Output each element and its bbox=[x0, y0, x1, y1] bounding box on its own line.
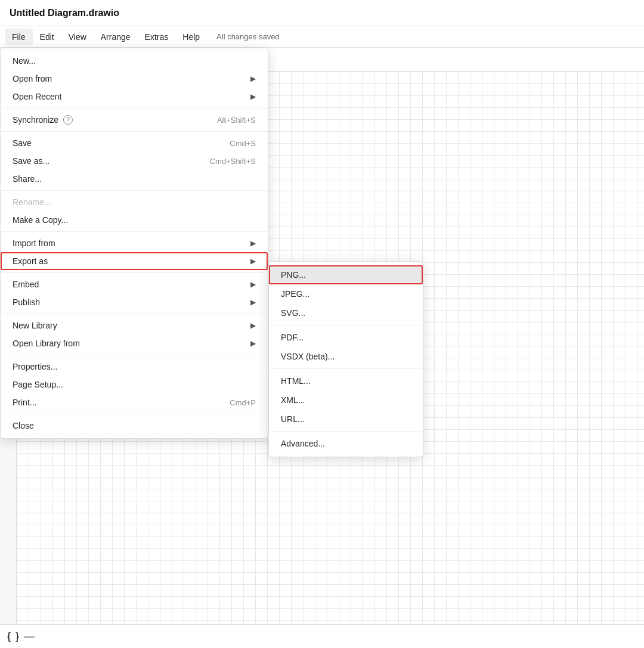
export-pdf[interactable]: PDF... bbox=[269, 328, 423, 347]
bottom-brace-open[interactable]: { bbox=[7, 630, 11, 643]
menu-make-copy[interactable]: Make a Copy... bbox=[1, 211, 268, 229]
menu-help[interactable]: Help bbox=[175, 29, 207, 45]
sep-6 bbox=[1, 314, 268, 314]
bottom-brace-close[interactable]: } bbox=[16, 630, 19, 643]
new-library-arrow: ▶ bbox=[250, 321, 256, 330]
menu-open-recent[interactable]: Open Recent ▶ bbox=[1, 88, 268, 106]
import-from-arrow: ▶ bbox=[250, 239, 256, 247]
menu-bar: File Edit View Arrange Extras Help All c… bbox=[0, 26, 644, 48]
sep-1 bbox=[1, 108, 268, 108]
bottom-line[interactable]: — bbox=[24, 630, 35, 643]
menu-page-setup[interactable]: Page Setup... bbox=[1, 376, 268, 393]
menu-extras[interactable]: Extras bbox=[138, 29, 176, 45]
sep-3 bbox=[1, 190, 268, 191]
menu-new[interactable]: New... bbox=[1, 52, 268, 70]
export-xml[interactable]: XML... bbox=[269, 390, 423, 410]
menu-open-library-from[interactable]: Open Library from ▶ bbox=[1, 334, 268, 352]
menu-import-from[interactable]: Import from ▶ bbox=[1, 234, 268, 252]
menu-close[interactable]: Close bbox=[1, 417, 268, 435]
export-as-arrow: ▶ bbox=[250, 257, 256, 265]
title-bar: Untitled Diagram.drawio bbox=[0, 0, 644, 26]
sep-4 bbox=[1, 231, 268, 232]
open-library-arrow: ▶ bbox=[250, 339, 256, 348]
open-from-arrow: ▶ bbox=[250, 75, 256, 83]
menu-save-as[interactable]: Save as... Cmd+Shift+S bbox=[1, 152, 268, 170]
save-status: All changes saved bbox=[216, 32, 280, 41]
publish-arrow: ▶ bbox=[250, 298, 256, 306]
window-title: Untitled Diagram.drawio bbox=[10, 8, 119, 18]
menu-file[interactable]: File bbox=[5, 29, 33, 45]
sep-5 bbox=[1, 272, 268, 273]
export-vsdx[interactable]: VSDX (beta)... bbox=[269, 347, 423, 366]
export-url[interactable]: URL... bbox=[269, 410, 423, 429]
bottom-bar: { } — bbox=[0, 624, 644, 648]
export-html[interactable]: HTML... bbox=[269, 371, 423, 390]
embed-arrow: ▶ bbox=[250, 280, 256, 289]
menu-synchronize[interactable]: Synchronize ? Alt+Shift+S bbox=[1, 111, 268, 129]
menu-open-from[interactable]: Open from ▶ bbox=[1, 70, 268, 88]
menu-edit[interactable]: Edit bbox=[33, 29, 61, 45]
export-advanced[interactable]: Advanced... bbox=[269, 434, 423, 453]
menu-properties[interactable]: Properties... bbox=[1, 358, 268, 376]
open-recent-arrow: ▶ bbox=[250, 92, 256, 101]
menu-rename: Rename... bbox=[1, 193, 268, 211]
menu-export-as[interactable]: Export as ▶ bbox=[1, 252, 268, 270]
sep-2 bbox=[1, 131, 268, 132]
menu-save[interactable]: Save Cmd+S bbox=[1, 134, 268, 152]
file-menu-dropdown: New... Open from ▶ Open Recent ▶ Synchro… bbox=[0, 48, 268, 439]
menu-print[interactable]: Print... Cmd+P bbox=[1, 393, 268, 411]
menu-publish[interactable]: Publish ▶ bbox=[1, 293, 268, 311]
export-sep-2 bbox=[269, 368, 423, 369]
menu-share[interactable]: Share... bbox=[1, 170, 268, 188]
menu-new-library[interactable]: New Library ▶ bbox=[1, 317, 268, 334]
export-svg[interactable]: SVG... bbox=[269, 303, 423, 323]
help-icon: ? bbox=[63, 115, 73, 125]
export-jpeg[interactable]: JPEG... bbox=[269, 284, 423, 303]
menu-embed[interactable]: Embed ▶ bbox=[1, 275, 268, 293]
sep-8 bbox=[1, 414, 268, 414]
sep-7 bbox=[1, 355, 268, 355]
export-sep-3 bbox=[269, 431, 423, 432]
export-png[interactable]: PNG... bbox=[269, 265, 423, 284]
export-sep-1 bbox=[269, 325, 423, 325]
menu-view[interactable]: View bbox=[61, 29, 94, 45]
menu-arrange[interactable]: Arrange bbox=[94, 29, 138, 45]
export-submenu: PNG... JPEG... SVG... PDF... VSDX (beta)… bbox=[268, 261, 423, 457]
